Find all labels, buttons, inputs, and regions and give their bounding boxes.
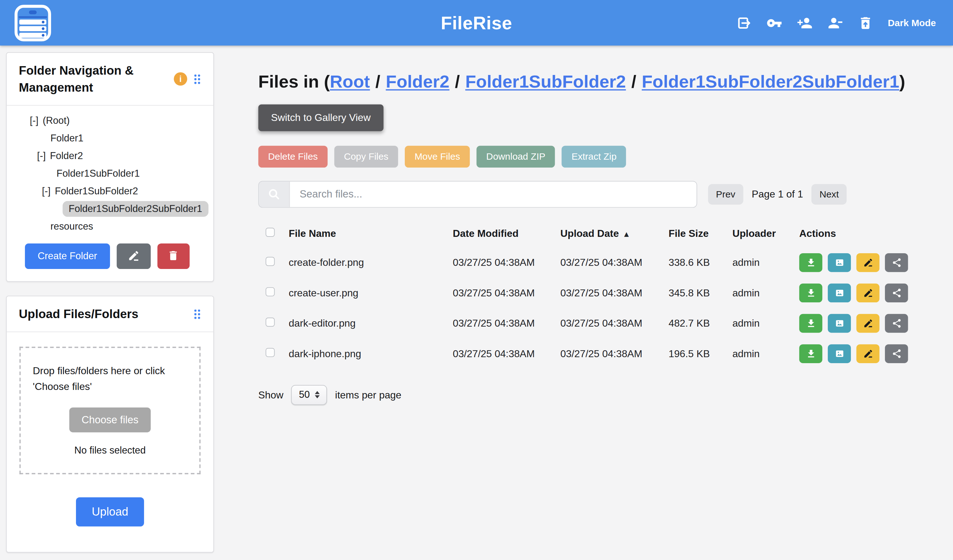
download-zip-button[interactable]: Download ZIP [476, 145, 555, 167]
edit-file-button[interactable] [856, 254, 879, 272]
row-checkbox[interactable] [266, 318, 275, 327]
logout-icon[interactable] [736, 14, 752, 31]
preview-image-button[interactable] [828, 284, 851, 303]
create-folder-button[interactable]: Create Folder [25, 243, 110, 269]
uploader-cell: admin [732, 257, 799, 269]
copy-files-button[interactable]: Copy Files [334, 145, 398, 167]
trash-icon [168, 249, 180, 263]
column-header-file-name[interactable]: File Name [289, 228, 453, 240]
info-icon[interactable]: i [174, 72, 187, 85]
folder-tree-item[interactable]: [-] Folder2 [7, 147, 213, 165]
breadcrumb: Files in (Root/Folder2/Folder1SubFolder2… [258, 71, 922, 92]
top-header-bar: FileRise [0, 0, 953, 46]
items-per-page-select[interactable]: 50 [291, 385, 327, 405]
restore-trash-icon[interactable] [857, 14, 874, 31]
column-header-date-modified[interactable]: Date Modified [453, 228, 560, 240]
tree-item-label[interactable]: (Root) [43, 115, 70, 126]
uploader-cell: admin [732, 288, 799, 299]
folder-tree-item[interactable]: Folder1 [7, 130, 213, 147]
folder-tree-item[interactable]: [-] (Root) [7, 112, 213, 130]
remove-user-icon[interactable] [827, 14, 843, 31]
search-input[interactable] [290, 181, 697, 207]
file-name-cell[interactable]: create-folder.png [289, 257, 453, 269]
column-header-uploader[interactable]: Uploader [732, 228, 799, 240]
file-name-cell[interactable]: dark-iphone.png [289, 348, 453, 360]
file-table-row: dark-editor.png 03/27/25 04:38AM 03/27/2… [258, 308, 922, 339]
folder-tree-item[interactable]: Folder1SubFolder2SubFolder1 [7, 200, 213, 217]
date-modified-cell: 03/27/25 04:38AM [453, 348, 560, 360]
tree-item-label[interactable]: resources [50, 221, 93, 232]
file-table-row: create-folder.png 03/27/25 04:38AM 03/27… [258, 248, 922, 278]
date-modified-cell: 03/27/25 04:38AM [453, 288, 560, 299]
column-header-file-size[interactable]: File Size [669, 228, 732, 240]
upload-date-cell: 03/27/25 04:38AM [560, 257, 669, 269]
extract-zip-button[interactable]: Extract Zip [562, 145, 626, 167]
add-user-icon[interactable] [797, 14, 813, 31]
drag-handle-icon[interactable] [193, 308, 201, 320]
search-and-pagination-row: Prev Page 1 of 1 Next [258, 181, 922, 207]
move-files-button[interactable]: Move Files [405, 145, 470, 167]
rename-folder-button[interactable] [116, 243, 151, 269]
choose-files-button[interactable]: Choose files [69, 408, 151, 432]
items-per-page-row: Show 50 items per page [258, 385, 922, 405]
delete-folder-button[interactable] [157, 243, 189, 269]
download-file-button[interactable] [799, 314, 822, 333]
folder-card-header: Folder Navigation & Management i [7, 53, 213, 106]
drag-handle-icon[interactable] [193, 73, 201, 85]
tree-item-label[interactable]: Folder1SubFolder2SubFolder1 [63, 201, 208, 217]
folder-card-title: Folder Navigation & Management [19, 62, 171, 96]
column-header-upload-date[interactable]: Upload Date▲ [560, 228, 669, 240]
key-icon[interactable] [767, 14, 783, 31]
row-actions [799, 284, 922, 303]
upload-date-cell: 03/27/25 04:38AM [560, 348, 669, 360]
file-name-cell[interactable]: dark-editor.png [289, 318, 453, 330]
file-table-row: create-user.png 03/27/25 04:38AM 03/27/2… [258, 278, 922, 308]
delete-files-button[interactable]: Delete Files [258, 145, 327, 167]
download-file-button[interactable] [799, 254, 822, 272]
preview-image-button[interactable] [828, 345, 851, 364]
breadcrumb-link-folder2[interactable]: Folder2 [386, 72, 450, 91]
folder-navigation-card: Folder Navigation & Management i [-] (Ro… [6, 52, 214, 282]
folder-buttons: Create Folder [7, 236, 213, 281]
page-indicator: Page 1 of 1 [752, 188, 803, 200]
tree-collapse-toggle[interactable]: [-] [42, 186, 50, 196]
tree-item-label[interactable]: Folder1 [50, 133, 84, 144]
folder-tree-item[interactable]: resources [7, 217, 213, 235]
download-file-button[interactable] [799, 345, 822, 364]
breadcrumb-link-root[interactable]: Root [330, 72, 370, 91]
header-toolbar: Dark Mode [736, 0, 936, 46]
share-file-button[interactable] [885, 284, 908, 303]
breadcrumb-link-subfolder2subfolder1[interactable]: Folder1SubFolder2SubFolder1 [642, 72, 899, 91]
edit-file-button[interactable] [856, 314, 879, 333]
row-actions [799, 314, 922, 333]
file-table-header: File Name Date Modified Upload Date▲ Fil… [258, 220, 922, 248]
share-file-button[interactable] [885, 345, 908, 364]
preview-image-button[interactable] [828, 254, 851, 272]
file-dropzone[interactable]: Drop files/folders here or click 'Choose… [20, 347, 201, 474]
breadcrumb-link-subfolder2[interactable]: Folder1SubFolder2 [465, 72, 626, 91]
tree-item-label[interactable]: Folder1SubFolder1 [56, 168, 140, 179]
edit-file-button[interactable] [856, 284, 879, 303]
share-file-button[interactable] [885, 314, 908, 333]
download-file-button[interactable] [799, 284, 822, 303]
tree-item-label[interactable]: Folder2 [50, 150, 83, 161]
folder-tree-item[interactable]: Folder1SubFolder1 [7, 164, 213, 182]
select-all-checkbox[interactable] [266, 228, 275, 237]
row-checkbox[interactable] [266, 257, 275, 266]
tree-item-label[interactable]: Folder1SubFolder2 [55, 186, 138, 196]
tree-collapse-toggle[interactable]: [-] [37, 150, 46, 161]
preview-image-button[interactable] [828, 314, 851, 333]
folder-tree-item[interactable]: [-] Folder1SubFolder2 [7, 182, 213, 200]
row-checkbox[interactable] [266, 288, 275, 297]
upload-button[interactable]: Upload [76, 497, 144, 527]
share-file-button[interactable] [885, 254, 908, 272]
prev-page-button[interactable]: Prev [708, 184, 743, 205]
row-checkbox[interactable] [266, 348, 275, 357]
next-page-button[interactable]: Next [812, 184, 847, 205]
file-name-cell[interactable]: create-user.png [289, 288, 453, 299]
dark-mode-toggle[interactable]: Dark Mode [888, 17, 936, 28]
switch-gallery-view-button[interactable]: Switch to Gallery View [258, 104, 383, 131]
uploader-cell: admin [732, 318, 799, 330]
edit-file-button[interactable] [856, 345, 879, 364]
tree-collapse-toggle[interactable]: [-] [29, 115, 38, 126]
